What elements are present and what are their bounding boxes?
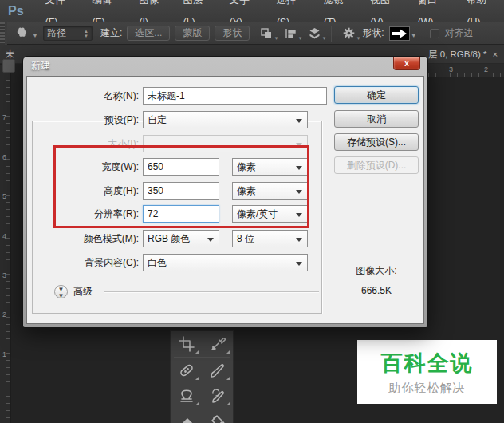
advanced-divider (104, 291, 319, 292)
path-operations-icon[interactable]: ▾ (257, 25, 276, 42)
advanced-label: 高级 (73, 285, 93, 298)
width-input[interactable]: 650 (143, 158, 219, 176)
size-select (143, 135, 308, 152)
resolution-input[interactable]: 72 (143, 205, 219, 223)
shape-swatch[interactable] (389, 26, 410, 41)
new-document-dialog: 新建 x 名称(N): 未标题-1 预设(P): 自定 大小(I): 宽度(W)… (22, 56, 428, 328)
height-label: 高度(H): (33, 182, 139, 200)
history-brush-tool-icon[interactable] (202, 383, 233, 409)
align-edges-label: 对齐边 (445, 26, 474, 40)
path-arrangement-icon[interactable]: ▾ (305, 25, 324, 42)
image-size-label: 图像大小: (334, 261, 419, 281)
make-label: 建立: (100, 26, 122, 40)
make-selection-button[interactable]: 选区... (127, 26, 170, 41)
options-bar-grip[interactable] (0, 22, 7, 45)
tool-options-bar: ▼ 路径 ▲▼ 建立: 选区... 蒙版 形状 ▾ ▾ ▾ ▾ 形状: ▼ 对齐… (0, 22, 504, 45)
healing-brush-tool-icon[interactable] (171, 358, 202, 383)
size-label: 大小(I): (33, 135, 139, 152)
make-mask-button[interactable]: 蒙版 (175, 26, 210, 41)
horizontal-ruler: 3 2 (428, 64, 504, 77)
watermark-title: 百科全说 (381, 349, 474, 378)
color-mode-select[interactable]: RGB 颜色 (143, 230, 219, 247)
resolution-label: 分辨率(R): (33, 205, 139, 223)
text-caret (159, 208, 159, 219)
image-size-value: 666.5K (334, 281, 419, 301)
name-label: 名称(N): (33, 87, 139, 105)
dialog-content: 名称(N): 未标题-1 预设(P): 自定 大小(I): 宽度(W): 650… (26, 76, 424, 324)
menu-bar: Ps 文件(F) 编辑(E) 图像(I) 图层(L) 文字(Y) 选择(S) 滤… (0, 0, 504, 22)
align-edges-checkbox[interactable] (430, 29, 439, 38)
tool-preset-caret[interactable]: ▼ (32, 32, 38, 39)
advanced-expand-button[interactable]: ▼▼ (54, 285, 68, 298)
mode-spinner-icon: ▲▼ (84, 29, 89, 38)
clone-stamp-tool-icon[interactable] (171, 383, 202, 409)
preset-select[interactable]: 自定 (143, 111, 308, 128)
tab-close-icon[interactable]: × (493, 49, 498, 59)
bit-depth-select[interactable]: 8 位 (232, 230, 308, 247)
document-tab[interactable]: 层 0, RGB/8) *× (428, 49, 498, 61)
eyedropper-tool-icon[interactable] (202, 331, 233, 357)
watermark-subtitle: 助你轻松解决 (389, 381, 466, 396)
background-contents-select[interactable]: 白色 (143, 254, 308, 271)
vertical-ruler: 7 6 5 4 3 2 1 (0, 65, 11, 423)
image-size-readout: 图像大小: 666.5K (334, 261, 419, 301)
height-input[interactable]: 350 (143, 182, 219, 200)
height-unit-select[interactable]: 像素 (232, 182, 308, 200)
path-alignment-icon[interactable]: ▾ (281, 25, 300, 42)
resolution-unit-select[interactable]: 像素/英寸 (232, 205, 308, 223)
save-preset-button[interactable]: 存储预设(S)... (334, 133, 419, 151)
workspace: 未 层 0, RGB/8) *× 3 2 7 6 5 4 3 2 1 (0, 45, 504, 423)
ok-button[interactable]: 确定 (334, 86, 419, 104)
preset-label: 预设(P): (33, 111, 139, 128)
color-mode-label: 颜色模式(M): (33, 230, 139, 247)
cancel-button[interactable]: 取消 (334, 110, 419, 128)
photoshop-logo: Ps (0, 4, 35, 18)
width-label: 宽度(W): (33, 158, 139, 176)
make-shape-button[interactable]: 形状 (215, 26, 250, 41)
watermark-badge: 百科全说 助你轻松解决 (357, 340, 497, 404)
dialog-close-button[interactable]: x (393, 57, 420, 70)
background-contents-label: 背景内容(C): (33, 254, 139, 271)
gear-icon[interactable]: ▾ (339, 25, 358, 42)
paint-bucket-tool-icon[interactable] (202, 409, 233, 423)
custom-shape-tool-icon[interactable] (12, 26, 31, 42)
brush-tool-icon[interactable] (202, 358, 233, 383)
tools-panel (170, 330, 234, 423)
crop-tool-icon[interactable] (171, 331, 202, 357)
shape-label: 形状: (362, 26, 384, 40)
tool-mode-select[interactable]: 路径 ▲▼ (43, 26, 93, 41)
eraser-tool-icon[interactable] (171, 409, 202, 423)
delete-preset-button: 删除预设(D)... (334, 156, 419, 174)
options-divider (331, 26, 332, 42)
dialog-title[interactable]: 新建 (23, 57, 427, 76)
ruler-corner-box (2, 59, 15, 73)
shape-swatch-caret[interactable]: ▼ (411, 32, 417, 39)
width-unit-select[interactable]: 像素 (232, 158, 308, 176)
name-input[interactable]: 未标题-1 (143, 87, 327, 105)
